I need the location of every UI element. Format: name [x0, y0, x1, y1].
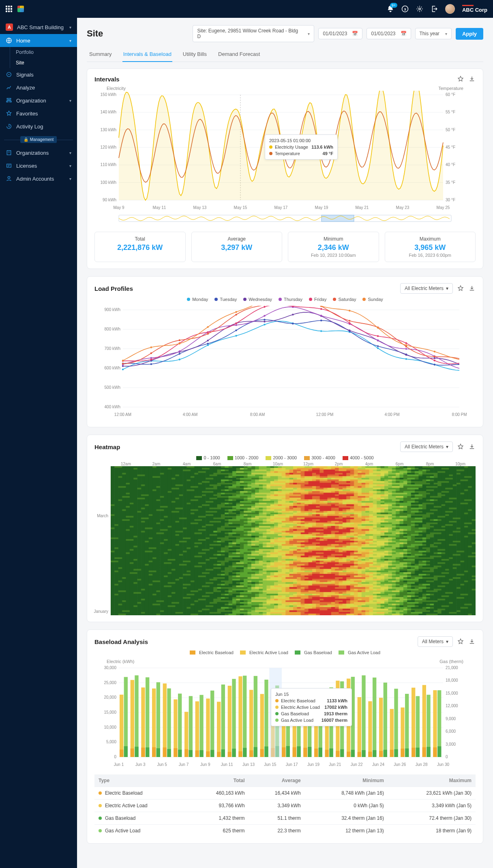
svg-text:15,000: 15,000 — [104, 710, 116, 714]
calendar-icon: 📅 — [352, 31, 358, 36]
download-icon[interactable] — [468, 75, 476, 83]
sidebar-sub-site[interactable]: Site — [10, 58, 77, 68]
svg-rect-200 — [199, 750, 203, 757]
svg-point-131 — [349, 320, 350, 322]
svg-text:8:00 AM: 8:00 AM — [250, 412, 265, 417]
logout-icon[interactable] — [431, 5, 438, 13]
user-avatar[interactable] — [445, 4, 455, 14]
svg-rect-259 — [362, 676, 365, 757]
bl-tt-ga-v: 16007 therm — [322, 718, 347, 723]
range-selector[interactable]: This year ▾ — [415, 28, 452, 39]
page-title: Site — [87, 28, 103, 39]
download-icon[interactable] — [468, 638, 476, 645]
svg-rect-201 — [206, 699, 210, 757]
svg-text:Jun 17: Jun 17 — [286, 762, 298, 767]
site-selector[interactable]: Site: Eugene, 29851 Willow Creek Road - … — [193, 25, 314, 42]
notifications-icon[interactable]: 9+ — [387, 5, 394, 13]
heatmap-canvas[interactable] — [111, 466, 476, 615]
svg-point-97 — [405, 354, 407, 356]
download-icon[interactable] — [468, 443, 476, 450]
tab-forecast[interactable]: Demand Forecast — [217, 48, 261, 62]
user-icon — [6, 175, 12, 182]
svg-rect-280 — [416, 748, 420, 757]
svg-point-134 — [434, 356, 435, 357]
svg-point-78 — [207, 343, 208, 344]
svg-point-120 — [377, 335, 379, 337]
intervals-brush[interactable] — [94, 213, 467, 225]
apps-grid-icon[interactable] — [6, 6, 12, 12]
sidebar: A ABC Smart Building ▾ Home ▾ Portfolio … — [0, 18, 77, 868]
tooltip-time: 2023-05-15 01:00:00 — [269, 138, 333, 143]
sidebar-home[interactable]: Home ▾ — [0, 34, 77, 47]
svg-rect-268 — [384, 750, 387, 757]
svg-point-136 — [150, 346, 152, 348]
sidebar-organizations[interactable]: Organizations ▾ — [0, 146, 77, 159]
svg-text:Jun 21: Jun 21 — [329, 762, 341, 767]
svg-rect-207 — [221, 685, 225, 757]
sidebar-activity[interactable]: Activity Log — [0, 120, 77, 133]
heatmap-card: Heatmap All Electric Meters ▾ 0 - 1000 1… — [87, 435, 483, 622]
favorite-icon[interactable] — [457, 443, 464, 450]
svg-rect-277 — [412, 688, 415, 757]
svg-point-70 — [320, 330, 322, 332]
svg-text:May 17: May 17 — [274, 205, 288, 210]
intervals-left-axis: Electricity — [107, 86, 126, 91]
svg-rect-171 — [124, 677, 128, 757]
svg-point-104 — [264, 315, 265, 317]
apply-button[interactable]: Apply — [456, 28, 483, 40]
baseload-meter-select[interactable]: All Meters ▾ — [418, 636, 453, 647]
sidebar-favorites[interactable]: Favorites — [0, 107, 77, 120]
date-from-input[interactable]: 01/01/2023 📅 — [318, 28, 362, 39]
svg-point-2 — [419, 8, 421, 10]
svg-rect-238 — [303, 748, 307, 757]
svg-text:May 25: May 25 — [437, 205, 450, 210]
svg-text:400 kWh: 400 kWh — [105, 405, 120, 409]
building-icon — [6, 149, 12, 156]
history-icon — [6, 123, 12, 130]
tab-intervals[interactable]: Intervals & Baseload — [122, 48, 172, 62]
sidebar-organization[interactable]: Organization ▾ — [0, 94, 77, 107]
download-icon[interactable] — [468, 285, 476, 292]
date-to-input[interactable]: 01/01/2023 📅 — [367, 28, 411, 39]
tab-utility[interactable]: Utility Bills — [182, 48, 208, 62]
heatmap-meter-select[interactable]: All Electric Meters ▾ — [400, 441, 453, 452]
load-profiles-chart[interactable]: 400 kWh500 kWh600 kWh700 kWh800 kWh900 k… — [94, 306, 467, 419]
sidebar-admin[interactable]: Admin Accounts ▾ — [0, 172, 77, 185]
chevron-down-icon: ▾ — [69, 151, 71, 155]
sidebar-licenses[interactable]: Licenses ▾ — [0, 159, 77, 172]
sidebar-signals[interactable]: Signals — [0, 68, 77, 81]
svg-rect-236 — [297, 746, 300, 757]
favorite-icon[interactable] — [457, 285, 464, 292]
settings-icon[interactable] — [416, 5, 423, 13]
favorite-icon[interactable] — [457, 638, 464, 645]
brand-switcher[interactable]: ABC Corp — [462, 5, 487, 13]
legend-sun: Sunday — [368, 297, 383, 302]
date-from-value: 01/01/2023 — [323, 31, 347, 36]
sidebar-sub-portfolio[interactable]: Portfolio — [10, 47, 77, 58]
svg-rect-188 — [167, 749, 171, 757]
tab-summary[interactable]: Summary — [88, 48, 113, 62]
svg-text:Jun 11: Jun 11 — [221, 762, 233, 767]
svg-point-98 — [434, 357, 435, 359]
heatmap-x-axis: 12am2am4am6am8am10am12pm2pm4pm6pm8pm10pm — [111, 462, 476, 466]
product-logo[interactable] — [16, 4, 25, 13]
stat-maximum: Maximum 3,965 kW Feb 16, 2023 6:00pm — [385, 232, 476, 262]
svg-text:Jun 30: Jun 30 — [437, 762, 449, 767]
sidebar-analyze-label: Analyze — [16, 85, 35, 91]
svg-text:90 kWh: 90 kWh — [103, 198, 116, 202]
th-type: Type — [94, 774, 188, 787]
favorite-icon[interactable] — [457, 75, 464, 83]
sidebar-app[interactable]: A ABC Smart Building ▾ — [0, 20, 77, 34]
load-meter-select[interactable]: All Electric Meters ▾ — [400, 283, 453, 294]
svg-text:3,000: 3,000 — [446, 742, 456, 746]
svg-rect-182 — [152, 747, 156, 757]
svg-rect-178 — [141, 748, 145, 757]
help-icon[interactable]: ? — [401, 5, 409, 13]
svg-point-76 — [150, 363, 152, 365]
svg-rect-276 — [405, 749, 409, 757]
svg-text:25,000: 25,000 — [104, 680, 116, 685]
sidebar-analyze[interactable]: Analyze — [0, 81, 77, 94]
svg-rect-187 — [167, 689, 171, 757]
tooltip-temp-label: Temperature — [275, 151, 300, 156]
notifications-badge: 9+ — [390, 3, 397, 8]
